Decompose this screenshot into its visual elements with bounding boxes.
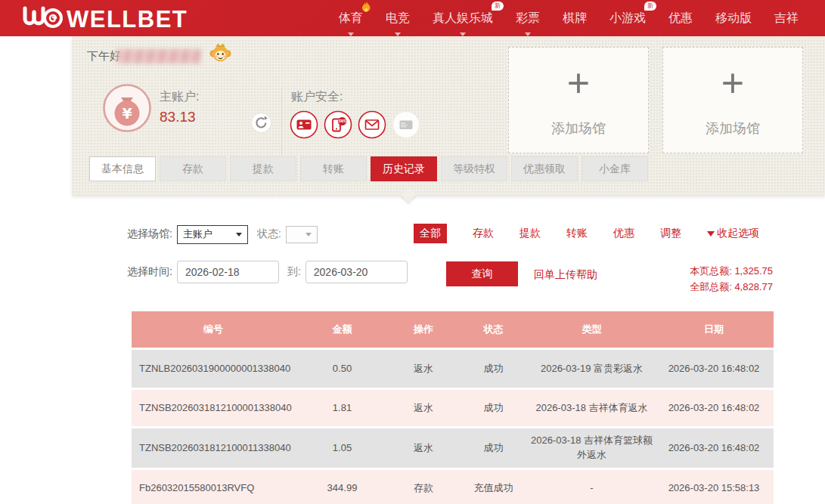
svg-text:¥: ¥	[122, 105, 132, 122]
nav-item-live-casino[interactable]: 真人娱乐城 新	[433, 11, 493, 26]
nav-item-mobile[interactable]: 移动版	[715, 11, 752, 26]
venue-select-label: 选择场馆:	[127, 227, 172, 241]
type-tab-deposit[interactable]: 存款	[473, 227, 494, 240]
cell-operation: 存款	[389, 481, 457, 496]
page-total: 本页总额: 1,325.75	[690, 263, 773, 279]
cell-operation: 返水	[389, 401, 457, 416]
nav-item-promotions[interactable]: 优惠	[668, 11, 693, 26]
page: WELLBET 体育 电竞 真人娱乐城 新 彩票	[0, 0, 825, 504]
new-badge: 新	[492, 2, 504, 11]
status-select-label: 状态:	[257, 227, 281, 241]
triangle-down-icon	[707, 231, 715, 237]
main-account-balance: 83.13	[160, 109, 196, 125]
filter-row-date: 选择时间: 到:	[127, 260, 408, 284]
totals: 本页总额: 1,325.75 全部总额: 4,828.77	[690, 263, 773, 295]
cell-type: -	[529, 481, 654, 496]
nav-item-lottery[interactable]: 彩票	[516, 11, 540, 26]
table-row: TZNLB2026031900000001338040 0.50 返水 成功 2…	[132, 350, 774, 388]
security-icons: SMS	[290, 110, 420, 142]
cell-date: 2026-03-20 16:48:02	[654, 441, 774, 456]
add-venue-button[interactable]: + 添加场馆	[662, 47, 803, 153]
chevron-down-icon	[525, 32, 531, 36]
col-header-type: 类型	[529, 323, 654, 337]
collapse-options-link[interactable]: 收起选项	[707, 227, 759, 240]
main-nav: 体育 电竞 真人娱乐城 新 彩票 棋牌	[339, 0, 799, 36]
table-row: TZNSB2026031812100011338040 1.05 返水 成功 2…	[132, 428, 774, 468]
add-venue-button[interactable]: + 添加场馆	[508, 47, 649, 153]
chevron-down-icon	[395, 32, 401, 36]
nav-item-jixiang[interactable]: 吉祥	[774, 11, 799, 26]
chevron-down-icon	[305, 233, 312, 237]
nav-item-board-games[interactable]: 棋牌	[563, 11, 587, 26]
cell-operation: 返水	[389, 441, 457, 456]
filter-row-venue: 选择场馆: 主账户 状态:	[127, 224, 318, 244]
account-tabs: 基本信息 存款 提款 转账 历史记录 等级特权 优惠领取 小金库	[89, 156, 648, 181]
to-label: 到:	[287, 265, 301, 279]
tab-vip-level[interactable]: 等级特权	[441, 156, 507, 181]
refresh-balance-icon[interactable]	[250, 112, 272, 137]
cell-date: 2026-03-20 15:58:13	[654, 481, 774, 496]
table-row: Fb26032015580013RVFQ 344.99 存款 充值成功 - 20…	[132, 470, 774, 504]
id-card-icon[interactable]	[290, 110, 318, 142]
nav-item-sports[interactable]: 体育	[339, 11, 363, 26]
cell-id: Fb26032015580013RVFQ	[132, 481, 295, 496]
date-to-input[interactable]	[305, 261, 408, 283]
sms-badge-text: SMS	[339, 119, 346, 123]
col-header-date: 日期	[654, 323, 774, 337]
type-tab-transfer[interactable]: 转账	[566, 227, 588, 240]
record-type-tabs: 全部 存款 提款 转账 优惠 调整 收起选项	[414, 224, 759, 243]
tab-transfer[interactable]: 转账	[300, 156, 367, 181]
cell-amount: 1.05	[295, 441, 389, 456]
cell-type: 2026-03-18 吉祥体育返水	[529, 401, 654, 416]
greeting: 下午好	[87, 45, 232, 67]
new-badge: 新	[644, 2, 656, 11]
type-tab-promo[interactable]: 优惠	[613, 227, 634, 240]
col-header-status: 状态	[457, 323, 529, 337]
hot-fire-icon	[361, 2, 371, 17]
cell-type: 2026-03-19 富贵彩返水	[529, 362, 654, 376]
query-button[interactable]: 查询	[446, 261, 518, 286]
col-header-operation: 操作	[389, 323, 457, 337]
username-redacted	[116, 49, 201, 63]
nav-item-esports[interactable]: 电竞	[386, 11, 410, 26]
date-from-input[interactable]	[177, 261, 279, 283]
all-total: 全部总额: 4,828.77	[690, 279, 773, 295]
monkey-avatar-icon	[209, 42, 232, 67]
account-panel: 下午好 ¥	[72, 36, 825, 195]
receipt-upload-help-link[interactable]: 回单上传帮助	[534, 268, 597, 282]
cell-amount: 1.81	[295, 401, 389, 416]
plus-icon: +	[721, 63, 744, 103]
tab-basic-info[interactable]: 基本信息	[89, 156, 156, 181]
venue-select[interactable]: 主账户	[177, 225, 248, 244]
time-select-label: 选择时间:	[127, 265, 172, 279]
type-tab-all[interactable]: 全部	[414, 224, 447, 243]
tab-history[interactable]: 历史记录	[371, 156, 437, 181]
cell-date: 2026-03-20 16:48:02	[654, 362, 774, 376]
tab-deposit[interactable]: 存款	[160, 156, 226, 181]
tab-vault[interactable]: 小金库	[582, 156, 648, 181]
table-header-row: 编号 金额 操作 状态 类型 日期	[132, 311, 774, 348]
money-bag-icon: ¥	[102, 83, 152, 136]
cell-status: 成功	[457, 362, 529, 376]
wellbet-logo[interactable]: WELLBET	[21, 5, 188, 35]
email-icon[interactable]	[358, 110, 386, 142]
cell-id: TZNLB2026031900000001338040	[132, 362, 295, 376]
bank-card-icon[interactable]	[392, 110, 420, 142]
cell-amount: 0.50	[295, 362, 389, 376]
top-navbar: WELLBET 体育 电竞 真人娱乐城 新 彩票	[0, 0, 825, 36]
cell-operation: 返水	[389, 362, 457, 376]
plus-icon: +	[567, 63, 590, 103]
nav-item-mini-games[interactable]: 小游戏 新	[609, 11, 646, 26]
status-select[interactable]	[286, 226, 318, 243]
cell-type: 2026-03-18 吉祥体育篮球额外返水	[529, 434, 654, 462]
chevron-down-icon	[348, 32, 354, 36]
phone-sms-icon[interactable]: SMS	[324, 110, 352, 142]
cell-amount: 344.99	[295, 481, 389, 496]
cell-status: 充值成功	[457, 481, 529, 496]
main-account-label: 主账户:	[160, 89, 199, 105]
type-tab-adjust[interactable]: 调整	[660, 227, 681, 240]
tab-withdraw[interactable]: 提款	[230, 156, 296, 181]
tab-promo-claim[interactable]: 优惠领取	[511, 156, 578, 181]
type-tab-withdraw[interactable]: 提款	[520, 227, 541, 240]
account-security-label: 账户安全:	[291, 89, 343, 105]
